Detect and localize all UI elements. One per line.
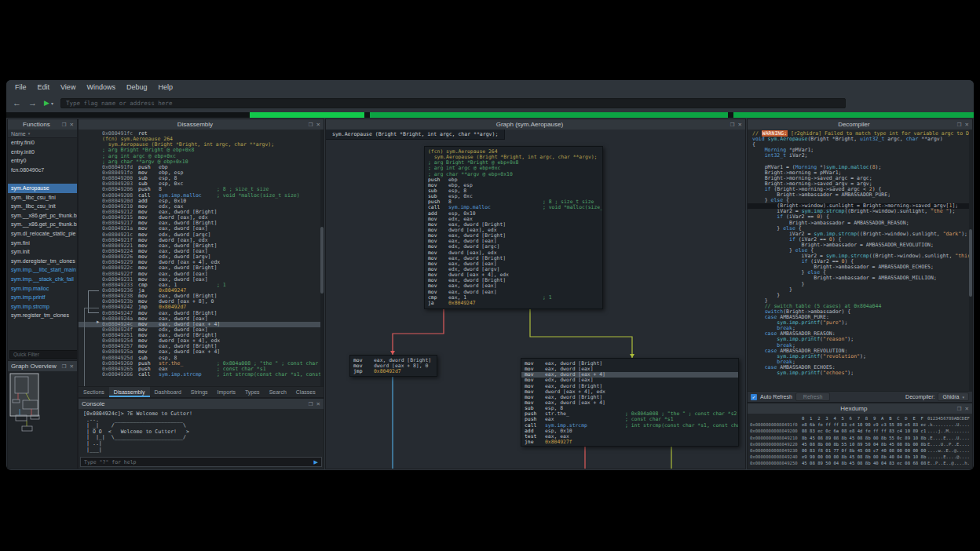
function-list-item[interactable]: sym.deregister_tm_clones bbox=[8, 257, 77, 266]
undock-icon[interactable]: ❐ bbox=[957, 122, 962, 128]
undock-icon[interactable]: ❐ bbox=[62, 122, 67, 128]
continue-button[interactable]: ▶▾ bbox=[44, 99, 53, 107]
close-icon[interactable]: ✕ bbox=[738, 122, 742, 128]
scrollbar-thumb[interactable] bbox=[969, 229, 972, 297]
hexdump-view[interactable]: 0 1 2 3 4 5 6 7 8 9 A B C D E F012345678… bbox=[748, 414, 972, 469]
panel-tab[interactable]: Disassembly bbox=[109, 387, 150, 397]
close-icon[interactable]: ✕ bbox=[965, 406, 969, 412]
disassembly-scrollbar[interactable] bbox=[320, 130, 324, 386]
hexdump-row[interactable]: 0x0000000008049240e9 90 00 00 00 8b 45 0… bbox=[750, 454, 972, 460]
basic-block-true-branch[interactable]: moveax, dword [Bright]moveax, dword [eax… bbox=[521, 358, 739, 447]
menu-item[interactable]: Debug bbox=[121, 82, 153, 93]
menu-item[interactable]: File bbox=[9, 82, 32, 93]
forward-button[interactable]: → bbox=[28, 99, 37, 108]
panel-tab[interactable]: Sections bbox=[79, 387, 109, 397]
seek-bar-segment[interactable] bbox=[733, 112, 974, 118]
panel-tab[interactable]: Imports bbox=[213, 387, 240, 397]
console-input[interactable] bbox=[81, 458, 311, 466]
decompiler-line[interactable]: void sym.Aeropause(Bright *Bright, uint3… bbox=[748, 137, 972, 142]
back-button[interactable]: ← bbox=[13, 99, 21, 108]
hexdump-row[interactable]: 0x000000000804922045 08 8b 00 8b 55 10 8… bbox=[750, 441, 972, 447]
undock-icon[interactable]: ❐ bbox=[309, 401, 313, 407]
function-list-item[interactable]: sym.Aeropause bbox=[8, 184, 77, 193]
close-icon[interactable]: ✕ bbox=[316, 122, 320, 128]
seek-input[interactable] bbox=[60, 98, 846, 108]
hex-address: 0x00000000080491f0 bbox=[750, 421, 802, 428]
undock-icon[interactable]: ❐ bbox=[957, 406, 962, 412]
function-list-item[interactable]: sym.register_tm_clones bbox=[8, 311, 77, 320]
column-name-label: Name bbox=[11, 131, 26, 137]
send-icon[interactable]: ▶ bbox=[311, 459, 321, 465]
graph-line[interactable]: jne0x804927f bbox=[521, 440, 738, 445]
bottom-tab-bar: SectionsDisassemblyDashboardStringsImpor… bbox=[79, 386, 324, 397]
scrollbar-thumb[interactable] bbox=[320, 227, 324, 294]
undock-icon[interactable]: ❐ bbox=[730, 122, 735, 128]
decompiler-line[interactable]: int32_t iVar2; bbox=[748, 153, 972, 159]
hexdump-row[interactable]: 0x000000000804925045 08 89 50 04 8b 45 0… bbox=[750, 460, 972, 466]
hexdump-row[interactable]: 0x000000000804920008 83 ec 0c 6a 08 e8 4… bbox=[750, 428, 972, 434]
function-list-item[interactable]: sym.imp.strcmp bbox=[8, 302, 77, 312]
mnemonic: jmp bbox=[353, 369, 374, 374]
seek-bar-segment[interactable] bbox=[370, 112, 728, 118]
undock-icon[interactable]: ❐ bbox=[62, 363, 67, 370]
function-list-item[interactable]: sym.dl_relocate_static_pie bbox=[8, 229, 77, 239]
hexdump-row[interactable]: 0x00000000080492108b 45 08 89 08 8b 45 0… bbox=[750, 435, 972, 441]
undock-icon[interactable]: ❐ bbox=[309, 122, 313, 128]
decompiler-view[interactable]: // WARNING: [r2ghidra] Failed to match t… bbox=[748, 130, 972, 391]
quick-filter-input[interactable] bbox=[9, 350, 77, 359]
close-icon[interactable]: ✕ bbox=[316, 401, 320, 407]
code-text: int32_t iVar2; bbox=[752, 152, 807, 159]
close-icon[interactable]: ✕ bbox=[70, 122, 74, 128]
panel-tab[interactable]: Dashboard bbox=[150, 387, 186, 397]
graph-line[interactable]: ja0x8049247 bbox=[425, 301, 602, 306]
decompiler-scrollbar[interactable] bbox=[969, 130, 972, 391]
decompiler-line[interactable]: } bbox=[748, 287, 972, 293]
function-list-item[interactable]: sym.imp.printf bbox=[8, 293, 77, 302]
panel-tab[interactable]: Classes bbox=[291, 387, 320, 397]
decompiler-select[interactable]: Ghidra▾ bbox=[938, 392, 969, 401]
graph-overview-minimap[interactable] bbox=[8, 371, 77, 469]
function-list-item[interactable]: entry0 bbox=[8, 156, 77, 166]
function-list-item[interactable] bbox=[8, 174, 77, 184]
function-list-item[interactable]: sym.__x86.get_pc_thunk.bx bbox=[8, 220, 77, 229]
comment: ; int strcmp(const char *s1, const char … bbox=[625, 423, 739, 429]
close-icon[interactable]: ✕ bbox=[70, 363, 74, 370]
auto-refresh-checkbox[interactable]: ✓ bbox=[751, 394, 757, 400]
graph-function-signature: sym.Aeropause (Bright *Bright, int argc,… bbox=[326, 130, 505, 140]
decompiler-line[interactable]: } bbox=[748, 293, 972, 298]
function-list-item[interactable]: entry.fini0 bbox=[8, 138, 77, 148]
graph-canvas[interactable]: sym.Aeropause (Bright *Bright, int argc,… bbox=[326, 130, 745, 469]
function-list-item[interactable]: sym._libc_csu_fini bbox=[8, 193, 77, 203]
menu-item[interactable]: Windows bbox=[81, 82, 121, 93]
hexdump-row[interactable]: 0x000000000804923000 83 f8 01 77 0f 8b 4… bbox=[750, 447, 972, 454]
function-list-item[interactable]: entry.init0 bbox=[8, 148, 77, 157]
seek-bar-segment[interactable] bbox=[250, 112, 364, 118]
hex-bytes: 45 08 89 50 04 8b 45 08 8b 40 04 83 ec 0… bbox=[802, 460, 927, 466]
function-list-item[interactable]: sym.fini bbox=[8, 239, 77, 248]
function-list-item[interactable]: sym.init bbox=[8, 247, 77, 257]
disassembly-view[interactable]: 0x080491fcret(fcn) sym.Aeropause 264 sym… bbox=[79, 130, 324, 386]
basic-block-entry[interactable]: (fcn) sym.Aeropause 264 sym.Aeropause (B… bbox=[424, 146, 603, 309]
function-list-item[interactable]: sym.imp.malloc bbox=[8, 284, 77, 294]
function-list-item[interactable]: fcn.080490c7 bbox=[8, 166, 77, 175]
function-list-item[interactable]: sym.imp.__libc_start_main bbox=[8, 265, 77, 275]
panel-tab[interactable]: Types bbox=[240, 387, 265, 397]
panel-tab[interactable]: Search bbox=[265, 387, 291, 397]
decompiler-panel-header: Decompiler ❐✕ bbox=[748, 119, 972, 130]
function-list-item[interactable]: sym._libc_csu_init bbox=[8, 202, 77, 211]
panel-tab[interactable]: Strings bbox=[186, 387, 213, 397]
disassembly-line[interactable]: 0x08049266callsym.imp.strcmp; int strcmp… bbox=[79, 372, 324, 378]
close-icon[interactable]: ✕ bbox=[965, 122, 969, 128]
functions-column-header[interactable]: Name ▾ bbox=[8, 130, 77, 138]
refresh-button[interactable]: Refresh bbox=[795, 392, 831, 401]
function-list-item[interactable]: sym.imp.__stack_chk_fail bbox=[8, 275, 77, 284]
decompiler-line[interactable]: sym.imp.printf("echoes"); bbox=[748, 370, 972, 376]
menu-item[interactable]: View bbox=[55, 82, 81, 93]
seek-bar[interactable] bbox=[6, 112, 974, 118]
hexdump-row[interactable]: 0x00000000080491f0e8 6b fe ff ff 83 c4 1… bbox=[750, 421, 972, 428]
menu-item[interactable]: Help bbox=[152, 82, 178, 93]
menu-item[interactable]: Edit bbox=[32, 82, 56, 93]
function-list-item[interactable]: sym.__x86.get_pc_thunk.bp bbox=[8, 211, 77, 221]
graph-line[interactable]: jmp0x80492d7 bbox=[350, 369, 437, 374]
basic-block-false-branch[interactable]: moveax, dword [Bright]movdword [eax + 8]… bbox=[349, 355, 437, 377]
